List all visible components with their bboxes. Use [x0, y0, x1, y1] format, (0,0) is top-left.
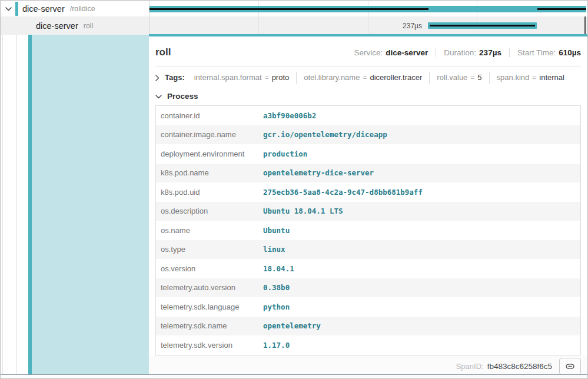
meta-label: Start Time: — [517, 48, 556, 57]
chevron-right-icon[interactable] — [155, 75, 160, 81]
process-value: linux — [263, 245, 285, 254]
process-key: container.image.name — [156, 130, 263, 139]
tag-item: span.kind=internal — [489, 72, 572, 84]
span-row-rolldice[interactable]: dice-server /rolldice — [1, 1, 587, 17]
operation-name: roll — [84, 22, 94, 30]
timeline-gridline — [368, 17, 368, 35]
process-kv-row: k8s.pod.uid275ecb36-5aa8-4c2a-9c47-d8bb6… — [156, 182, 580, 202]
service-name: dice-server — [36, 21, 78, 31]
indent-guide — [16, 16, 17, 375]
operation-name: /rolldice — [70, 5, 95, 13]
equals-sign: = — [532, 72, 536, 84]
process-key: telemetry.sdk.name — [156, 321, 263, 330]
tag-item: otel.library.name=diceroller.tracer — [296, 72, 429, 84]
process-table: container.ida3bf90e006b2container.image.… — [155, 105, 581, 355]
link-icon — [565, 361, 575, 371]
span-name-cell[interactable]: dice-server roll — [1, 17, 149, 35]
process-kv-row: deployment.environmentproduction — [156, 144, 580, 164]
tag-key: internal.span.format — [194, 72, 262, 84]
span-id-value: fb483c8c6258f6c5 — [487, 362, 552, 371]
tag-value: proto — [272, 72, 290, 84]
tags-accordion[interactable]: Tags: internal.span.format=protootel.lib… — [149, 67, 587, 84]
process-value: python — [263, 302, 290, 311]
span-self-time-segment — [150, 8, 428, 10]
span-title: roll — [155, 45, 171, 59]
trace-detail-view: dice-server /rolldice dice-server roll — [0, 0, 588, 379]
process-value: 275ecb36-5aa8-4c2a-9c47-d8bb681b9aff — [263, 188, 423, 197]
timeline-gridline — [258, 17, 259, 35]
tag-key: span.kind — [497, 72, 530, 84]
span-self-time-segment — [430, 25, 535, 26]
process-kv-row: k8s.pod.nameopentelemetry-dice-server — [156, 164, 580, 183]
process-kv-row: os.typelinux — [156, 240, 580, 260]
process-kv-row: telemetry.sdk.version1.17.0 — [156, 335, 580, 355]
process-value: opentelemetry — [263, 321, 321, 330]
span-row-roll[interactable]: dice-server roll 237µs — [1, 17, 587, 35]
process-value: 18.04.1 — [263, 264, 294, 273]
service-name: dice-server — [22, 4, 65, 14]
span-duration-label: 237µs — [403, 17, 422, 35]
process-key: telemetry.auto.version — [156, 283, 263, 292]
tag-item: internal.span.format=proto — [187, 72, 297, 84]
process-key: k8s.pod.name — [156, 168, 263, 177]
meta-label: Service: — [354, 48, 383, 57]
process-value: production — [263, 149, 307, 158]
process-value: Ubuntu — [263, 226, 290, 235]
span-name-cell[interactable]: dice-server /rolldice — [1, 1, 149, 16]
process-kv-row: os.nameUbuntu — [156, 221, 580, 240]
tag-key: otel.library.name — [304, 72, 360, 84]
process-label: Process — [167, 91, 198, 102]
tag-value: 5 — [477, 72, 481, 84]
process-key: telemetry.sdk.language — [156, 302, 263, 311]
process-key: telemetry.sdk.version — [156, 341, 263, 350]
process-kv-row: container.ida3bf90e006b2 — [156, 106, 580, 125]
selected-span-highlight — [32, 34, 149, 374]
meta-value: 237µs — [479, 48, 501, 57]
process-key: os.description — [156, 207, 263, 215]
process-kv-row: telemetry.sdk.languagepython — [156, 297, 580, 317]
equals-sign: = — [363, 72, 367, 84]
span-detail-footer: SpanID: fb483c8c6258f6c5 — [149, 355, 587, 377]
meta-item: Start Time:610µs — [509, 48, 581, 57]
process-key: container.id — [156, 111, 263, 120]
equals-sign: = — [470, 72, 474, 84]
process-key: os.type — [156, 245, 263, 254]
span-detail-panel: roll Service:dice-serverDuration:237µsSt… — [149, 36, 587, 374]
process-kv-row: os.descriptionUbuntu 18.04.1 LTS — [156, 202, 580, 221]
column-resizer[interactable] — [149, 1, 150, 35]
process-accordion[interactable]: Process — [149, 84, 587, 102]
meta-item: Duration:237µs — [436, 48, 501, 57]
deep-link-button[interactable] — [559, 358, 581, 375]
process-value: Ubuntu 18.04.1 LTS — [263, 207, 343, 215]
indent-guide — [2, 16, 3, 375]
process-kv-row: os.version18.04.1 — [156, 259, 580, 278]
process-key: os.name — [156, 226, 263, 235]
process-key: os.version — [156, 264, 263, 273]
collapse-chevron-down-icon[interactable] — [5, 5, 12, 13]
process-value: 0.38b0 — [263, 283, 290, 292]
process-key: deployment.environment — [156, 149, 263, 158]
process-kv-row: container.image.namegcr.io/opentelemetry… — [156, 125, 580, 145]
span-meta: Service:dice-serverDuration:237µsStart T… — [354, 48, 581, 57]
equals-sign: = — [265, 72, 269, 84]
meta-value: 610µs — [559, 48, 581, 57]
process-value: a3bf90e006b2 — [263, 111, 316, 120]
span-timeline-cell[interactable]: 237µs — [149, 17, 586, 35]
tags-list: internal.span.format=protootel.library.n… — [187, 72, 572, 84]
tag-item: roll.value=5 — [429, 72, 489, 84]
span-rows: dice-server /rolldice dice-server roll — [1, 1, 587, 34]
meta-value: dice-server — [386, 48, 428, 57]
tag-key: roll.value — [437, 72, 467, 84]
content-bottom-border — [1, 374, 587, 375]
span-self-time-segment — [537, 8, 586, 10]
span-id-label: SpanID: — [456, 362, 484, 371]
tag-value: internal — [539, 72, 564, 84]
chevron-down-icon[interactable] — [155, 95, 162, 99]
process-key: k8s.pod.uid — [156, 188, 263, 197]
span-detail-header: roll Service:dice-serverDuration:237µsSt… — [149, 36, 587, 59]
tags-label: Tags: — [165, 72, 185, 84]
meta-label: Duration: — [444, 48, 476, 57]
span-timeline-cell[interactable] — [149, 1, 586, 16]
service-color-bar — [15, 2, 18, 16]
process-value: 1.17.0 — [263, 341, 290, 350]
